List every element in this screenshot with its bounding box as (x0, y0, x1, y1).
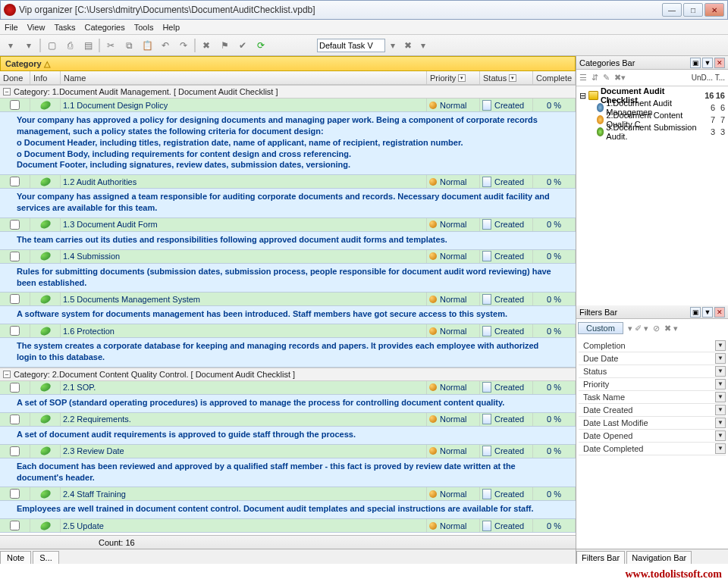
menu-help[interactable]: Help (162, 23, 180, 32)
done-checkbox[interactable] (10, 220, 20, 230)
tab-filters-bar[interactable]: Filters Bar (576, 551, 625, 564)
expand-icon[interactable]: − (3, 371, 11, 378)
redo-icon[interactable]: ↷ (176, 38, 191, 53)
dropdown-icon[interactable]: ▾ (458, 74, 466, 82)
filter-row[interactable]: Date Last Modifie▼ (579, 417, 726, 430)
filter-row[interactable]: Date Opened▼ (579, 430, 726, 443)
refresh-icon[interactable]: ⟳ (253, 38, 268, 53)
task-row[interactable]: 2.5 UpdateNormalCreated0 % (0, 519, 576, 533)
print-icon[interactable]: ⎙ (62, 38, 77, 53)
dropdown-icon[interactable]: ▼ (715, 340, 726, 351)
header-priority[interactable]: Priority▾ (427, 71, 480, 84)
done-checkbox[interactable] (10, 326, 20, 336)
minimize-button[interactable]: — (662, 3, 682, 17)
filter-row[interactable]: Due Date▼ (579, 352, 726, 365)
dropdown-icon[interactable]: ▼ (715, 353, 726, 364)
hierarchy-icon[interactable]: ⇵ (592, 73, 598, 83)
dropdown-icon[interactable]: ▼ (715, 366, 726, 377)
filter-clear-icon[interactable]: ⊘ (653, 324, 660, 333)
custom-filter-button[interactable]: Custom (578, 322, 623, 334)
grid-body[interactable]: −Category: 1.Document Audit Management. … (0, 85, 576, 535)
expand-icon[interactable]: − (3, 88, 11, 95)
filter-row[interactable]: Status▼ (579, 365, 726, 378)
task-row[interactable]: 2.1 SOP.NormalCreated0 % (0, 381, 576, 395)
combo-dropdown-icon[interactable]: ▾ (385, 38, 400, 53)
tab-note[interactable]: Note (0, 551, 31, 564)
cut-icon[interactable]: ✂ (103, 38, 118, 53)
menu-tools[interactable]: Tools (134, 23, 154, 32)
done-checkbox[interactable] (10, 446, 20, 456)
header-status[interactable]: Status▾ (480, 71, 533, 84)
flag-icon[interactable]: ⚑ (217, 38, 232, 53)
panel-pin-icon[interactable]: ▣ (690, 58, 701, 68)
task-mode-input[interactable] (317, 39, 385, 52)
filter-icon[interactable]: ✎ (603, 73, 610, 83)
tree-item[interactable]: 3.Document Submission Audit.33 (579, 126, 725, 138)
check-icon[interactable]: ✔ (235, 38, 250, 53)
combo-clear-icon[interactable]: ✖ (400, 38, 416, 53)
categories-tree[interactable]: ⊟ Document Audit Checklist 16 16 1.Docum… (576, 86, 728, 141)
panel-close-icon[interactable]: ✕ (714, 58, 725, 68)
export-icon[interactable]: ▤ (80, 38, 96, 53)
copy-icon[interactable]: ⧉ (121, 38, 136, 53)
filter-row[interactable]: Date Created▼ (579, 404, 726, 417)
dropdown-icon[interactable]: ▼ (715, 392, 726, 402)
close-button[interactable]: ✕ (704, 3, 724, 17)
header-done[interactable]: Done (0, 71, 30, 84)
header-complete[interactable]: Complete (533, 71, 576, 84)
undo-icon[interactable]: ↶ (158, 38, 173, 53)
filter-row[interactable]: Priority▼ (579, 378, 726, 391)
save-icon[interactable]: ▢ (44, 38, 59, 53)
done-checkbox[interactable] (10, 489, 20, 499)
new-icon[interactable]: ▾ (3, 38, 18, 53)
menu-view[interactable]: View (27, 23, 46, 32)
task-row[interactable]: 1.6 ProtectionNormalCreated0 % (0, 324, 576, 338)
menu-tasks[interactable]: Tasks (54, 23, 75, 32)
delete-icon[interactable]: ✖ (199, 38, 214, 53)
tab-navigation-bar[interactable]: Navigation Bar (626, 551, 692, 564)
tree-icon[interactable]: ☰ (579, 73, 587, 83)
category-group-header[interactable]: Category △ (0, 56, 576, 71)
done-checkbox[interactable] (10, 252, 20, 261)
done-checkbox[interactable] (10, 415, 20, 424)
panel-collapse-icon[interactable]: ▼ (702, 58, 713, 68)
category-row[interactable]: −Category: 2.Document Content Quality Co… (0, 368, 576, 381)
filter-row[interactable]: Date Completed▼ (579, 443, 726, 455)
task-row[interactable]: 1.4 SubmissionNormalCreated0 % (0, 250, 576, 264)
dropdown-icon[interactable]: ▼ (715, 443, 726, 454)
menu-categories[interactable]: Categories (85, 23, 125, 32)
paste-icon[interactable]: 📋 (140, 38, 155, 53)
done-checkbox[interactable] (10, 383, 20, 393)
collapse-icon[interactable]: ⊟ (579, 91, 586, 101)
task-row[interactable]: 2.3 Review DateNormalCreated0 % (0, 445, 576, 458)
task-row[interactable]: 2.2 Requirements.NormalCreated0 % (0, 413, 576, 427)
done-checkbox[interactable] (10, 521, 20, 530)
menu-file[interactable]: File (5, 23, 18, 32)
done-checkbox[interactable] (10, 294, 20, 304)
filter-row[interactable]: Completion▼ (579, 340, 726, 352)
task-mode-combo[interactable]: ▾ ✖ ▾ (317, 38, 431, 53)
dropdown-icon[interactable]: ▼ (715, 418, 726, 428)
category-row[interactable]: −Category: 1.Document Audit Management. … (0, 85, 576, 99)
task-row[interactable]: 1.1 Document Design PolicyNormalCreated0… (0, 99, 576, 112)
clear-icon[interactable]: ✖▾ (614, 73, 626, 83)
panel-close-icon[interactable]: ✕ (714, 307, 725, 318)
header-info[interactable]: Info (30, 71, 61, 84)
filter-apply-icon[interactable]: ▾ ✐ ▾ (628, 324, 648, 333)
done-checkbox[interactable] (10, 177, 20, 186)
dropdown-icon[interactable]: ▼ (715, 430, 726, 441)
dropdown-icon[interactable]: ▼ (715, 405, 726, 415)
open-icon[interactable]: ▾ (21, 38, 36, 53)
combo-more-icon[interactable]: ▾ (416, 38, 431, 53)
tab-s[interactable]: S... (33, 551, 59, 564)
task-row[interactable]: 1.3 Document Audit FormNormalCreated0 % (0, 218, 576, 232)
filter-delete-icon[interactable]: ✖ ▾ (664, 324, 678, 333)
filter-row[interactable]: Task Name▼ (579, 391, 726, 404)
task-row[interactable]: 1.5 Documents Management SystemNormalCre… (0, 293, 576, 306)
header-name[interactable]: Name (61, 71, 427, 84)
done-checkbox[interactable] (10, 100, 20, 110)
task-row[interactable]: 2.4 Staff TrainingNormalCreated0 % (0, 487, 576, 501)
panel-collapse-icon[interactable]: ▼ (702, 307, 713, 318)
dropdown-icon[interactable]: ▾ (509, 74, 516, 82)
task-row[interactable]: 1.2 Audit AuthoritiesNormalCreated0 % (0, 175, 576, 189)
